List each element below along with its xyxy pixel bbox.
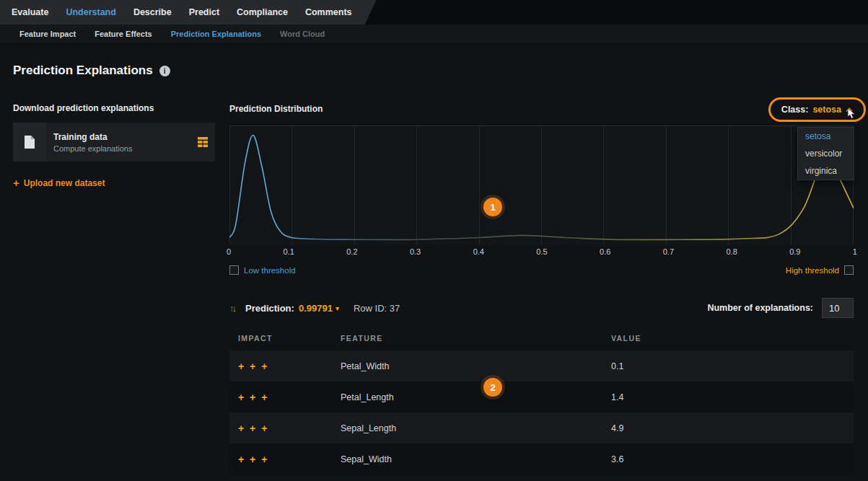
training-data-card[interactable]: Training data Compute explanations (13, 123, 215, 162)
feature-name: Sepal_Width (341, 454, 611, 464)
class-option-versicolor[interactable]: versicolor (798, 145, 854, 162)
high-threshold-checkbox[interactable] (844, 265, 854, 275)
dataset-title: Training data (53, 132, 198, 142)
page-title: Prediction Explanations (13, 63, 153, 78)
x-axis-ticks: 0 0.1 0.2 0.3 0.4 0.5 0.6 0.7 0.8 0.9 1 (227, 247, 857, 256)
header-impact: IMPACT (238, 334, 341, 343)
impact-plus-icons: + + + (238, 361, 341, 372)
download-panel-heading: Download prediction explanations (13, 103, 154, 113)
x-tick: 0.1 (284, 247, 294, 256)
class-selector-value: setosa (812, 105, 841, 115)
table-header-row: IMPACT FEATURE VALUE (229, 326, 854, 350)
high-threshold-label: High threshold (786, 266, 839, 275)
table-row[interactable]: + + + Sepal_Width 3.6 (229, 444, 854, 475)
x-tick: 0 (227, 247, 231, 256)
impact-plus-icons: + + + (238, 454, 341, 465)
feature-name: Sepal_Length (341, 423, 611, 433)
sub-nav-bar: Feature Impact Feature Effects Predictio… (0, 25, 868, 44)
class-dropdown-menu: setosa versicolor virginica (797, 127, 854, 180)
subtab-feature-effects[interactable]: Feature Effects (95, 30, 152, 38)
feature-name: Petal_Width (341, 361, 611, 371)
low-threshold-label: Low threshold (244, 266, 296, 275)
annotation-badge-1: 1 (483, 198, 502, 216)
table-row[interactable]: + + + Petal_Length 1.4 (229, 381, 854, 412)
upload-link-label: Upload new dataset (24, 178, 105, 188)
x-tick: 0.3 (410, 247, 421, 256)
prediction-bar: ↑ ↓ Prediction: 0.99791 ▾ Row ID: 37 Num… (229, 297, 854, 319)
dataset-card-text: Training data Compute explanations (46, 132, 198, 153)
plus-icon: + (13, 177, 19, 189)
feature-value: 1.4 (611, 392, 854, 402)
x-tick: 0.2 (346, 247, 357, 256)
annotation-badge-2: 2 (483, 378, 502, 397)
tab-understand[interactable]: Understand (66, 7, 115, 17)
top-tab-strip: Evaluate Understand Describe Predict Com… (0, 0, 377, 25)
prediction-value: 0.99791 (299, 303, 333, 314)
subtab-word-cloud: Word Cloud (280, 30, 325, 38)
table-body: + + + Petal_Width 0.1 + + + Petal_Length… (229, 350, 854, 475)
low-threshold-control: Low threshold (229, 265, 296, 275)
feature-value: 4.9 (611, 423, 854, 433)
page-title-row: Prediction Explanations i (13, 63, 170, 78)
table-row[interactable]: + + + Petal_Width 0.1 (229, 350, 854, 381)
top-nav-bar: Evaluate Understand Describe Predict Com… (0, 0, 868, 25)
distribution-title: Prediction Distribution (229, 104, 323, 114)
tab-describe[interactable]: Describe (133, 7, 172, 17)
low-threshold-checkbox[interactable] (229, 265, 239, 275)
tab-comments[interactable]: Comments (305, 7, 352, 17)
x-tick: 0.9 (789, 247, 800, 256)
subtab-feature-impact[interactable]: Feature Impact (19, 30, 76, 38)
header-feature: FEATURE (341, 334, 611, 343)
table-row[interactable]: + + + Sepal_Length 4.9 (229, 412, 854, 444)
dataset-grid-icon[interactable] (198, 137, 208, 147)
tab-evaluate[interactable]: Evaluate (12, 7, 48, 17)
header-value: VALUE (611, 334, 854, 343)
chevron-down-icon[interactable]: ▾ (336, 304, 339, 312)
distribution-curve (229, 126, 854, 246)
x-tick: 0.7 (663, 247, 674, 256)
feature-value: 0.1 (611, 361, 854, 371)
number-of-explanations-label: Number of explanations: (707, 303, 813, 313)
class-selector-label: Class: (781, 105, 809, 115)
mouse-cursor (847, 108, 857, 123)
file-icon (13, 123, 46, 162)
feature-value: 3.6 (611, 454, 854, 464)
number-of-explanations-input[interactable] (822, 298, 854, 318)
x-tick: 1 (853, 247, 857, 256)
feature-name: Petal_Length (341, 392, 611, 402)
sort-down-icon[interactable]: ↓ (232, 303, 237, 314)
subtab-prediction-explanations[interactable]: Prediction Explanations (171, 30, 261, 38)
high-threshold-control: High threshold (786, 265, 854, 275)
class-option-virginica[interactable]: virginica (798, 162, 854, 180)
class-option-setosa[interactable]: setosa (798, 128, 854, 145)
x-tick: 0.8 (726, 247, 737, 256)
impact-plus-icons: + + + (238, 392, 341, 403)
prediction-distribution-chart[interactable] (229, 125, 854, 245)
row-id-label: Row ID: 37 (354, 303, 400, 314)
dataset-subtitle: Compute explanations (53, 144, 198, 153)
prediction-label: Prediction: (245, 303, 294, 314)
x-tick: 0.5 (536, 247, 547, 256)
upload-new-dataset-link[interactable]: + Upload new dataset (13, 177, 105, 189)
info-icon[interactable]: i (159, 66, 170, 76)
x-tick: 0.6 (600, 247, 610, 256)
x-tick: 0.4 (473, 247, 484, 256)
tab-compliance[interactable]: Compliance (237, 7, 288, 17)
tab-predict[interactable]: Predict (189, 7, 219, 17)
prediction-explanations-page: Evaluate Understand Describe Predict Com… (0, 0, 868, 481)
impact-plus-icons: + + + (238, 423, 341, 434)
explanations-table: IMPACT FEATURE VALUE + + + Petal_Width 0… (229, 326, 854, 475)
